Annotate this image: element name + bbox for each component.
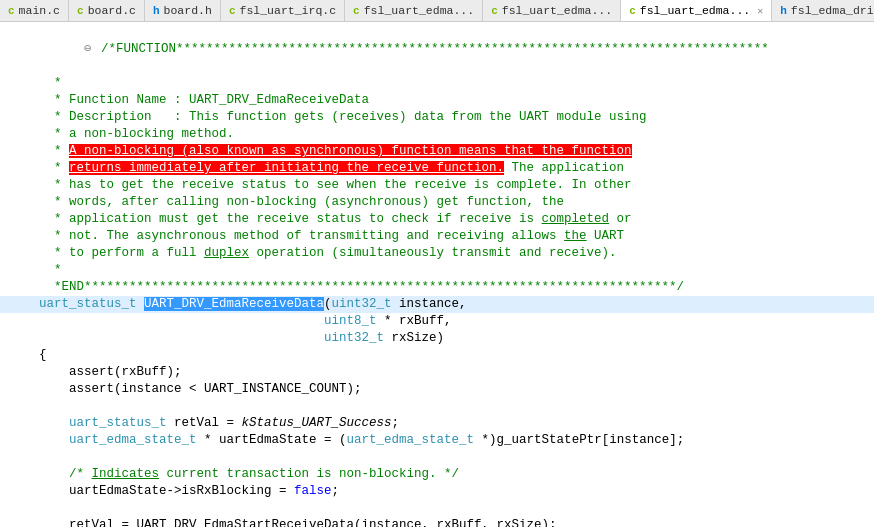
tab-close-fsl-uart-edma-3[interactable]: ✕ (757, 5, 763, 17)
tab-icon-fsl-edma-dri: h (780, 5, 787, 17)
tab-icon-fsl-uart-edma-3: c (629, 5, 636, 17)
code-line-16: uint8_t * rxBuff, (0, 313, 874, 330)
code-line-3: * Function Name : UART_DRV_EdmaReceiveDa… (0, 92, 874, 109)
tab-icon-fsl-uart-edma-2: c (491, 5, 498, 17)
code-line-4: * Description : This function gets (rece… (0, 109, 874, 126)
code-line-18: { (0, 347, 874, 364)
line-content-12: * to perform a full duplex operation (si… (35, 245, 874, 262)
line-content-23: uart_edma_state_t * uartEdmaState = (uar… (35, 432, 874, 449)
code-line-21 (0, 398, 874, 415)
tab-main-c[interactable]: c main.c (0, 0, 69, 21)
code-line-26: uartEdmaState->isRxBlocking = false; (0, 483, 874, 500)
code-line-25: /* Indicates current transaction is non-… (0, 466, 874, 483)
line-content-19: assert(rxBuff); (35, 364, 874, 381)
line-content-4: * Description : This function gets (rece… (35, 109, 874, 126)
line-content-15: uart_status_t UART_DRV_EdmaReceiveData(u… (35, 296, 874, 313)
code-line-5: * a non-blocking method. (0, 126, 874, 143)
code-line-23: uart_edma_state_t * uartEdmaState = (uar… (0, 432, 874, 449)
code-line-1: ⊖ /*FUNCTION****************************… (0, 24, 874, 75)
line-content-24 (35, 449, 874, 466)
code-line-13: * (0, 262, 874, 279)
tab-fsl-uart-edma-2[interactable]: c fsl_uart_edma... (483, 0, 621, 21)
tab-bar: c main.c c board.c h board.h c fsl_uart_… (0, 0, 874, 22)
code-line-17: uint32_t rxSize) (0, 330, 874, 347)
line-content-17: uint32_t rxSize) (35, 330, 874, 347)
code-line-24 (0, 449, 874, 466)
line-content-6: * A non-blocking (also known as synchron… (35, 143, 874, 160)
code-line-10: * application must get the receive statu… (0, 211, 874, 228)
tab-label-fsl-uart-edma-3: fsl_uart_edma... (640, 4, 750, 17)
tab-label-main-c: main.c (19, 4, 60, 17)
line-content-13: * (35, 262, 874, 279)
tab-label-fsl-uart-irq: fsl_uart_irq.c (239, 4, 336, 17)
line-content-10: * application must get the receive statu… (35, 211, 874, 228)
line-content-28: retVal = UART_DRV_EdmaStartReceiveData(i… (35, 517, 874, 527)
code-area[interactable]: ⊖ /*FUNCTION****************************… (0, 22, 874, 527)
tab-label-board-h: board.h (164, 4, 212, 17)
line-content-26: uartEdmaState->isRxBlocking = false; (35, 483, 874, 500)
line-content-16: uint8_t * rxBuff, (35, 313, 874, 330)
tab-label-fsl-uart-edma-1: fsl_uart_edma... (364, 4, 474, 17)
line-content-5: * a non-blocking method. (35, 126, 874, 143)
line-content-9: * words, after calling non-blocking (asy… (35, 194, 874, 211)
code-line-27 (0, 500, 874, 517)
code-line-15: uart_status_t UART_DRV_EdmaReceiveData(u… (0, 296, 874, 313)
code-line-9: * words, after calling non-blocking (asy… (0, 194, 874, 211)
tab-fsl-edma-dri[interactable]: h fsl_edma_dri... (772, 0, 874, 21)
code-line-19: assert(rxBuff); (0, 364, 874, 381)
tab-board-c[interactable]: c board.c (69, 0, 145, 21)
line-content-7: * returns immediately after initiating t… (35, 160, 874, 177)
code-line-2: * (0, 75, 874, 92)
code-line-22: uart_status_t retVal = kStatus_UART_Succ… (0, 415, 874, 432)
tab-fsl-uart-edma-1[interactable]: c fsl_uart_edma... (345, 0, 483, 21)
line-content-8: * has to get the receive status to see w… (35, 177, 874, 194)
tab-board-h[interactable]: h board.h (145, 0, 221, 21)
line-content-21 (35, 398, 874, 415)
line-content-3: * Function Name : UART_DRV_EdmaReceiveDa… (35, 92, 874, 109)
line-content-18: { (35, 347, 874, 364)
line-content-11: * not. The asynchronous method of transm… (35, 228, 874, 245)
tab-icon-board-h: h (153, 5, 160, 17)
tab-label-board-c: board.c (88, 4, 136, 17)
code-line-28: retVal = UART_DRV_EdmaStartReceiveData(i… (0, 517, 874, 527)
code-line-8: * has to get the receive status to see w… (0, 177, 874, 194)
tab-icon-fsl-uart-irq: c (229, 5, 236, 17)
line-content-1: ⊖ /*FUNCTION****************************… (35, 24, 874, 75)
code-line-12: * to perform a full duplex operation (si… (0, 245, 874, 262)
code-line-14: *END************************************… (0, 279, 874, 296)
code-line-20: assert(instance < UART_INSTANCE_COUNT); (0, 381, 874, 398)
tab-icon-fsl-uart-edma-1: c (353, 5, 360, 17)
tab-icon-board-c: c (77, 5, 84, 17)
line-content-27 (35, 500, 874, 517)
tab-fsl-uart-irq[interactable]: c fsl_uart_irq.c (221, 0, 345, 21)
line-content-14: *END************************************… (35, 279, 874, 296)
line-content-22: uart_status_t retVal = kStatus_UART_Succ… (35, 415, 874, 432)
fold-icon-1[interactable]: ⊖ (84, 42, 94, 56)
tab-label-fsl-edma-dri: fsl_edma_dri... (791, 4, 874, 17)
tab-fsl-uart-edma-3[interactable]: c fsl_uart_edma... ✕ (621, 0, 772, 22)
tab-label-fsl-uart-edma-2: fsl_uart_edma... (502, 4, 612, 17)
code-line-6: * A non-blocking (also known as synchron… (0, 143, 874, 160)
tab-icon-main-c: c (8, 5, 15, 17)
line-content-25: /* Indicates current transaction is non-… (35, 466, 874, 483)
code-line-11: * not. The asynchronous method of transm… (0, 228, 874, 245)
line-content-2: * (35, 75, 874, 92)
code-line-7: * returns immediately after initiating t… (0, 160, 874, 177)
line-content-20: assert(instance < UART_INSTANCE_COUNT); (35, 381, 874, 398)
